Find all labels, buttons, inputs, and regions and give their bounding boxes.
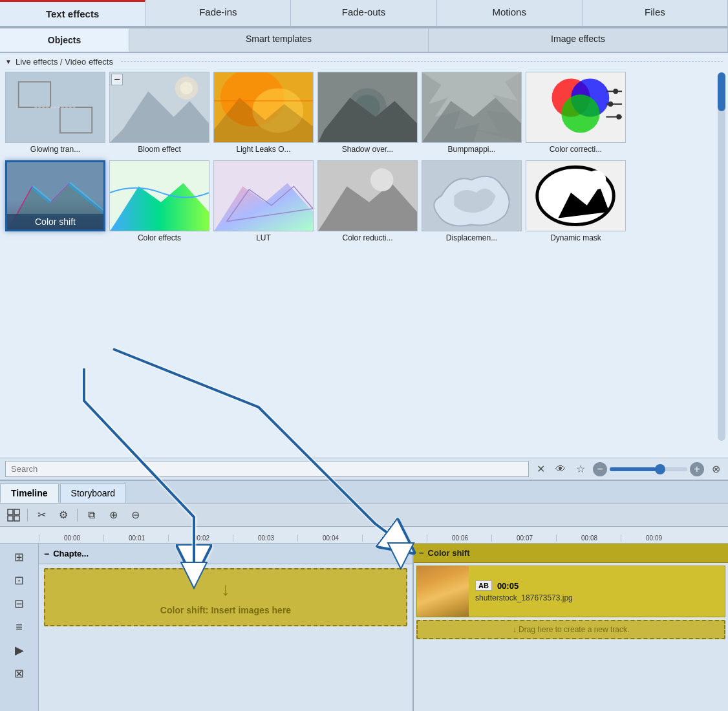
section-title: Live effects / Video effects: [16, 57, 113, 67]
ruler-mark-3: 00:03: [233, 535, 297, 542]
clip-info-top: AB 00:05: [475, 580, 573, 591]
effect-bloom[interactable]: − Bloom effect: [109, 72, 209, 154]
effect-label-colorreduction: Color reducti...: [342, 233, 392, 242]
toolbar-cut-icon[interactable]: ✂: [33, 507, 50, 524]
effect-colorshift[interactable]: Color shift: [5, 160, 105, 242]
effect-coloreffects[interactable]: Color effects: [109, 160, 209, 242]
svg-rect-53: [14, 516, 19, 521]
effect-glowing-transition[interactable]: Glowing tran...: [5, 72, 105, 154]
tab-timeline[interactable]: Timeline: [0, 483, 59, 503]
effect-colorcorrection[interactable]: Color correcti...: [526, 72, 626, 154]
chapter-label: Chapte...: [53, 549, 89, 558]
section-divider: [121, 61, 723, 62]
tab-image-effects[interactable]: Image effects: [429, 28, 728, 52]
collapse-arrow[interactable]: ▼: [5, 58, 12, 65]
svg-point-26: [613, 89, 618, 94]
zoom-slider-knob[interactable]: [655, 464, 665, 474]
effect-displacement[interactable]: Displacemen...: [422, 160, 522, 242]
toolbar-settings-icon[interactable]: ⚙: [55, 507, 72, 524]
effect-lut[interactable]: LUT: [213, 160, 314, 242]
effects-row-2: Color shift: [5, 160, 723, 242]
toolbar-grid-icon[interactable]: [5, 507, 22, 524]
effect-thumb-bloom: −: [109, 72, 209, 143]
effect-thumb-glowing: [5, 72, 105, 143]
zoom-slider-container: − +: [593, 462, 704, 476]
favorite-icon[interactable]: ☆: [573, 462, 588, 476]
clip-time: 00:05: [497, 581, 519, 591]
tool-icon-1[interactable]: ⊞: [10, 547, 29, 567]
toolbar-copy-icon[interactable]: ⧉: [83, 507, 100, 524]
left-tools-panel: ⊞ ⊡ ⊟ ≡ ▶ ⊠: [0, 544, 39, 711]
tab-storyboard[interactable]: Storyboard: [60, 483, 126, 503]
svg-point-28: [608, 101, 613, 107]
ruler-mark-5: 00:05: [362, 535, 427, 542]
tool-icon-4[interactable]: ≡: [10, 617, 29, 637]
drag-new-track-text: ↓ Drag here to create a new track.: [513, 625, 630, 634]
svg-point-7: [180, 82, 193, 95]
effect-colorreduction[interactable]: Color reducti...: [317, 160, 418, 242]
tool-icon-2[interactable]: ⊡: [10, 571, 29, 590]
section-header: ▼ Live effects / Video effects: [5, 57, 723, 67]
effect-bumpmapping[interactable]: Bumpmappi...: [422, 72, 522, 154]
toolbar-separator-2: [77, 509, 78, 522]
ruler-mark-6: 00:06: [427, 535, 491, 542]
top-tab-bar: Text effects Fade-ins Fade-outs Motions …: [0, 0, 728, 28]
clip-thumbnail: [417, 566, 469, 617]
tab-text-effects[interactable]: Text effects: [0, 0, 145, 27]
svg-rect-50: [8, 509, 13, 515]
toolbar-link-icon[interactable]: ⊖: [127, 507, 144, 524]
ruler-marks: 00:00 00:01 00:02 00:03 00:04 00:05 00:0…: [39, 527, 728, 543]
effect-thumb-lightleaks: [213, 72, 314, 143]
effect-label-coloreffects: Color effects: [138, 233, 181, 242]
effect-shadow[interactable]: Shadow over...: [317, 72, 418, 154]
tab-objects[interactable]: Objects: [0, 28, 129, 52]
tracks-area: − Chapte... ↓ Color shift: Insert images…: [39, 544, 728, 711]
toolbar-paste-icon[interactable]: ⊕: [105, 507, 122, 524]
drag-new-track[interactable]: ↓ Drag here to create a new track.: [416, 620, 725, 639]
tab-fade-ins[interactable]: Fade-ins: [145, 0, 291, 27]
search-input[interactable]: [5, 461, 529, 477]
scrollbar-thumb[interactable]: [718, 72, 725, 111]
zoom-slider-track[interactable]: [610, 467, 687, 471]
tab-smart-templates[interactable]: Smart templates: [129, 28, 429, 52]
zoom-reset-icon[interactable]: ⊗: [709, 462, 723, 476]
search-bar: ✕ 👁 ☆ − + ⊗: [0, 458, 728, 480]
effect-thumb-colorreduction: [317, 160, 418, 231]
tab-files[interactable]: Files: [583, 0, 728, 27]
timeline-toolbar: ✂ ⚙ ⧉ ⊕ ⊖: [0, 504, 728, 527]
colorshift-track-label: Color shift: [428, 548, 470, 558]
chapter-minus-button[interactable]: −: [44, 549, 49, 559]
insert-track-text: Color shift: Insert images here: [160, 605, 291, 615]
effects-panel: ▼ Live effects / Video effects Glowing t…: [0, 53, 728, 480]
scrollbar[interactable]: [718, 72, 725, 441]
chapter-track: − Chapte...: [39, 544, 412, 564]
effect-thumb-coloreffects: [109, 160, 209, 231]
effect-light-leaks[interactable]: Light Leaks O...: [213, 72, 314, 154]
effect-thumb-lut: [213, 160, 314, 231]
clip-info: AB 00:05 shutterstock_187673573.jpg: [469, 566, 579, 617]
minus-badge[interactable]: −: [111, 74, 123, 85]
ab-icon: AB: [475, 580, 492, 591]
timeline-tabs: Timeline Storyboard: [0, 481, 728, 504]
tab-fade-outs[interactable]: Fade-outs: [291, 0, 436, 27]
svg-point-44: [370, 169, 394, 192]
insert-track[interactable]: ↓ Color shift: Insert images here: [44, 568, 407, 626]
zoom-minus-button[interactable]: −: [593, 462, 607, 476]
colorshift-clip[interactable]: AB 00:05 shutterstock_187673573.jpg: [416, 566, 725, 617]
ruler-mark-1: 00:01: [103, 535, 168, 542]
tool-icon-5[interactable]: ⊠: [10, 664, 29, 683]
svg-rect-51: [14, 509, 19, 515]
tool-icon-play[interactable]: ▶: [10, 641, 29, 660]
timeline-right-panel: − Color shift AB 00:05 s: [414, 544, 728, 711]
colorshift-minus-button[interactable]: −: [419, 548, 424, 558]
ruler-mark-4: 00:04: [297, 535, 362, 542]
timeline-body: ⊞ ⊡ ⊟ ≡ ▶ ⊠ − Chapte... ↓: [0, 544, 728, 711]
tab-motions[interactable]: Motions: [437, 0, 583, 27]
zoom-plus-button[interactable]: +: [690, 462, 704, 476]
clear-search-button[interactable]: ✕: [534, 462, 548, 476]
clip-filename: shutterstock_187673573.jpg: [475, 593, 573, 602]
effects-row-1: Glowing tran... − Bloom effect: [5, 72, 723, 154]
tool-icon-3[interactable]: ⊟: [10, 594, 29, 613]
preview-icon[interactable]: 👁: [553, 462, 568, 476]
effect-dynamicmask[interactable]: Dynamic mask: [526, 160, 626, 242]
